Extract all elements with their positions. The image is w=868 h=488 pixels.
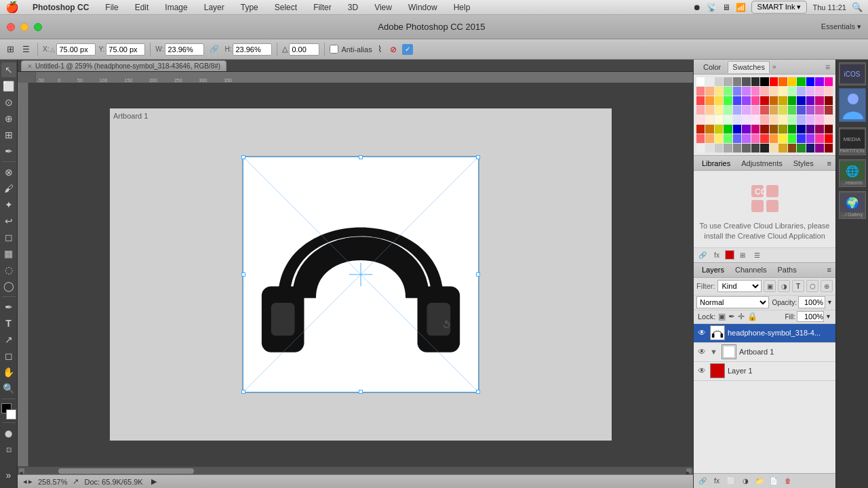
history-brush-tool[interactable]: ↩ — [1, 214, 16, 228]
swatch-4-13[interactable] — [815, 115, 823, 124]
layers-tab[interactable]: Layers — [698, 264, 728, 275]
far-right-media[interactable]: MEDIA PARTITION — [839, 127, 866, 155]
layer-visibility-artboard[interactable]: 👁 — [696, 346, 707, 357]
swatch-6-10[interactable] — [788, 134, 796, 143]
swatch-5-14[interactable] — [825, 125, 833, 134]
add-group-btn[interactable]: 📁 — [753, 475, 766, 487]
swatch-1-3[interactable] — [724, 87, 732, 96]
swatch-5-0[interactable] — [696, 125, 705, 134]
brush-tool[interactable]: 🖌 — [1, 181, 16, 196]
blend-mode-select[interactable]: Normal — [696, 296, 769, 308]
swatch-2-8[interactable] — [770, 96, 778, 105]
swatch-4-10[interactable] — [788, 115, 796, 124]
swatch-5-7[interactable] — [760, 125, 768, 134]
swatch-1-10[interactable] — [788, 87, 796, 96]
swatch-3-7[interactable] — [760, 106, 768, 115]
filter-text-btn[interactable]: T — [792, 280, 804, 292]
swatch-2-6[interactable] — [751, 96, 760, 105]
swatch-2-4[interactable] — [733, 96, 741, 105]
select-menu[interactable]: Select — [272, 1, 300, 14]
libraries-tab[interactable]: Libraries — [698, 158, 734, 169]
swatch-7-11[interactable] — [797, 144, 805, 152]
pen-tool[interactable]: ✒ — [1, 300, 16, 314]
image-menu[interactable]: Image — [162, 1, 190, 14]
far-right-globe1[interactable]: 🌐 ...reasons — [839, 159, 866, 187]
confirm-transform-button[interactable]: ✓ — [402, 44, 413, 55]
filter-shape-btn[interactable]: ⬡ — [806, 280, 818, 292]
swatch-2-11[interactable] — [797, 96, 805, 105]
swatch-1-14[interactable] — [825, 87, 833, 96]
swatch-4-5[interactable] — [742, 115, 750, 124]
clone-stamp-tool[interactable]: ✦ — [1, 197, 16, 212]
swatch-2-13[interactable] — [815, 96, 823, 105]
shape-tool[interactable]: ◻ — [1, 348, 16, 363]
filter-menu[interactable]: Filter — [311, 1, 334, 14]
lock-all-btn[interactable]: 🔒 — [747, 312, 757, 321]
swatch-3-3[interactable] — [724, 106, 732, 115]
far-right-icos[interactable]: iCOS — [839, 62, 866, 85]
background-color[interactable] — [6, 409, 16, 420]
swatch-7-13[interactable] — [815, 144, 823, 152]
lock-pixels-btn[interactable]: ▣ — [718, 312, 726, 321]
close-button[interactable] — [7, 23, 15, 31]
quick-mask-mode[interactable]: ⬤ — [1, 426, 16, 441]
filter-pixel-btn[interactable]: ▣ — [764, 280, 776, 292]
swatch-4-7[interactable] — [760, 115, 768, 124]
layers-panel-menu[interactable]: ≡ — [827, 266, 831, 274]
swatch-7-3[interactable] — [724, 144, 732, 152]
swatch-5-2[interactable] — [715, 125, 723, 134]
scroll-right-btn[interactable]: ▸ — [686, 468, 692, 474]
swatch-0-8[interactable] — [770, 77, 778, 86]
swatch-6-1[interactable] — [705, 134, 713, 143]
swatch-6-0[interactable] — [696, 134, 705, 143]
swatch-1-11[interactable] — [797, 87, 805, 96]
add-adjustment-btn[interactable]: ◑ — [739, 475, 751, 487]
select-rect-tool[interactable]: ⬜ — [1, 79, 16, 94]
layer-visibility-headphone[interactable]: 👁 — [696, 327, 707, 338]
swatch-0-4[interactable] — [733, 77, 741, 86]
window-menu[interactable]: Window — [406, 1, 440, 14]
swatch-1-5[interactable] — [742, 87, 750, 96]
swatch-1-4[interactable] — [733, 87, 741, 96]
swatch-2-9[interactable] — [778, 96, 787, 105]
far-right-globe2[interactable]: 🌍 ...l Gallery — [839, 191, 866, 219]
swatch-7-2[interactable] — [715, 144, 723, 152]
artboard-expand[interactable]: ▼ — [710, 348, 717, 356]
lock-move-btn[interactable]: ✛ — [738, 312, 745, 321]
swatch-3-4[interactable] — [733, 106, 741, 115]
swatch-5-12[interactable] — [806, 125, 814, 134]
swatch-0-10[interactable] — [788, 77, 796, 86]
transform-options[interactable]: ☰ — [20, 43, 33, 56]
layer-item-layer1[interactable]: 👁 Layer 1 — [694, 362, 835, 381]
swatch-5-10[interactable] — [788, 125, 796, 134]
lasso-tool[interactable]: ⊙ — [1, 95, 16, 110]
swatch-3-10[interactable] — [788, 106, 796, 115]
swatch-1-0[interactable] — [696, 87, 705, 96]
opacity-input[interactable] — [798, 296, 825, 308]
swatch-6-14[interactable] — [825, 134, 833, 143]
swatch-6-6[interactable] — [751, 134, 760, 143]
swatch-5-6[interactable] — [751, 125, 760, 134]
swatch-3-11[interactable] — [797, 106, 805, 115]
add-link-btn[interactable]: 🔗 — [696, 475, 709, 487]
channels-tab[interactable]: Channels — [731, 264, 770, 275]
type-menu[interactable]: Type — [238, 1, 261, 14]
far-right-person-icon[interactable] — [839, 88, 866, 122]
swatch-4-4[interactable] — [733, 115, 741, 124]
filter-smart-btn[interactable]: ⊕ — [821, 280, 833, 292]
filter-type-select[interactable]: Kind — [717, 280, 762, 292]
lib-view-grid-btn[interactable]: ⊞ — [736, 249, 749, 261]
adjustments-tab[interactable]: Adjustments — [737, 158, 787, 169]
swatch-0-2[interactable] — [715, 77, 723, 86]
x-input[interactable] — [56, 43, 96, 56]
swatch-7-12[interactable] — [806, 144, 814, 152]
add-layer-btn[interactable]: 📄 — [768, 475, 780, 487]
swatch-3-8[interactable] — [770, 106, 778, 115]
swatch-0-3[interactable] — [724, 77, 732, 86]
swatch-2-5[interactable] — [742, 96, 750, 105]
expand-tools[interactable]: » — [1, 468, 16, 485]
cancel-transform-button[interactable]: ⊘ — [387, 43, 399, 56]
y-input[interactable] — [106, 43, 145, 56]
color-tab[interactable]: Color — [699, 62, 725, 73]
scrollbar-thumb[interactable] — [58, 468, 194, 474]
